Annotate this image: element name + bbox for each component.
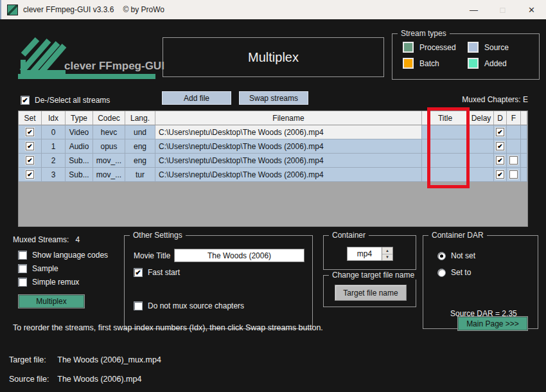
cell-set[interactable] — [19, 168, 42, 182]
spinner-up-icon[interactable]: ▲ — [382, 247, 392, 254]
multiplex-button[interactable]: Multiplex — [18, 294, 85, 308]
cell-d[interactable] — [494, 125, 507, 139]
cell-lang[interactable]: eng — [125, 154, 155, 168]
cell-filename[interactable]: C:\Users\neptu\Desktop\The Woods (2006).… — [155, 168, 422, 182]
header-lang: Lang. — [125, 111, 155, 125]
cell-codec[interactable]: opus — [93, 139, 125, 154]
dar-not-set-option[interactable]: Not set — [437, 251, 475, 260]
cell-delay[interactable] — [469, 125, 494, 139]
cell-set[interactable] — [19, 154, 42, 168]
cell-title[interactable] — [422, 139, 469, 154]
simple-remux-option[interactable]: Simple remux — [18, 278, 79, 287]
cell-d[interactable] — [494, 168, 507, 182]
default-checkbox[interactable] — [496, 128, 504, 136]
deselect-all-streams[interactable]: De-/Select all streams — [21, 96, 110, 105]
default-checkbox[interactable] — [496, 142, 504, 150]
table-row[interactable]: 2 Sub... mov_... eng C:\Users\neptu\Desk… — [19, 154, 527, 168]
other-settings-group: Other Settings Movie Title Fast start Do… — [124, 235, 313, 329]
maximize-button[interactable]: □ — [488, 0, 517, 19]
deselect-all-checkbox[interactable] — [21, 96, 30, 105]
page-title: Multiplex — [248, 50, 299, 65]
cell-title[interactable] — [422, 154, 469, 168]
dar-set-to-label: Set to — [451, 268, 471, 277]
spinner-down-icon[interactable]: ▼ — [382, 254, 392, 261]
set-checkbox[interactable] — [26, 170, 34, 179]
forced-checkbox[interactable] — [509, 156, 518, 165]
forced-checkbox[interactable] — [509, 170, 518, 179]
cell-idx[interactable]: 2 — [42, 154, 66, 168]
cell-set[interactable] — [19, 125, 42, 139]
table-row[interactable]: 0 Video hevc und C:\Users\neptu\Desktop\… — [19, 125, 527, 139]
cell-lang[interactable]: eng — [125, 139, 155, 154]
default-checkbox[interactable] — [496, 170, 504, 179]
cell-idx[interactable]: 3 — [42, 168, 66, 182]
cell-set[interactable] — [19, 139, 42, 154]
cell-type[interactable]: Sub... — [66, 168, 93, 182]
cell-codec[interactable]: mov_... — [93, 168, 125, 182]
no-source-chapters-checkbox[interactable] — [134, 301, 143, 310]
cell-filename[interactable]: C:\Users\neptu\Desktop\The Woods (2006).… — [155, 139, 422, 154]
cell-codec[interactable]: hevc — [93, 125, 125, 139]
cell-idx[interactable]: 1 — [42, 139, 66, 154]
header-type: Type — [66, 111, 93, 125]
sample-checkbox[interactable] — [18, 264, 27, 273]
cell-type[interactable]: Video — [66, 125, 93, 139]
set-checkbox[interactable] — [26, 156, 34, 165]
cell-codec[interactable]: mov_... — [93, 154, 125, 168]
cell-filename[interactable]: C:\Users\neptu\Desktop\The Woods (2006).… — [155, 154, 422, 168]
default-checkbox[interactable] — [496, 156, 504, 165]
dar-set-to-radio[interactable] — [437, 269, 446, 277]
window-title: clever FFmpeg-GUI v3.3.6 — [23, 5, 114, 14]
movie-title-input[interactable] — [174, 249, 304, 262]
cell-idx[interactable]: 0 — [42, 125, 66, 139]
minimize-button[interactable]: — — [459, 0, 488, 19]
cell-lang[interactable]: und — [125, 125, 155, 139]
sample-label: Sample — [32, 264, 58, 273]
swap-streams-button[interactable]: Swap streams — [239, 91, 308, 105]
client-area: clever FFmpeg-GUI Multiplex Stream types… — [0, 19, 546, 392]
cell-f[interactable] — [507, 139, 521, 154]
muxed-streams-label: Muxed Streams: — [13, 235, 69, 244]
stream-types-label: Stream types — [398, 29, 450, 38]
container-dar-group: Container DAR Not set Set to Source DAR … — [423, 235, 538, 329]
container-dar-label: Container DAR — [428, 231, 487, 240]
fast-start-option[interactable]: Fast start — [134, 268, 180, 277]
cell-delay[interactable] — [469, 168, 494, 182]
container-format-spinner[interactable]: mp4 ▲ ▼ — [347, 247, 393, 261]
target-file-name-button[interactable]: Target file name — [335, 285, 407, 301]
cell-f[interactable] — [507, 154, 521, 168]
cell-filename[interactable]: C:\Users\neptu\Desktop\The Woods (2006).… — [155, 125, 422, 139]
set-checkbox[interactable] — [26, 142, 34, 150]
table-row[interactable]: 3 Sub... mov_... tur C:\Users\neptu\Desk… — [19, 168, 527, 182]
main-page-button[interactable]: Main Page >>> — [457, 316, 528, 331]
fast-start-checkbox[interactable] — [134, 268, 143, 277]
dar-not-set-radio[interactable] — [437, 252, 446, 260]
header-filename: Filename — [155, 111, 422, 125]
simple-remux-checkbox[interactable] — [18, 278, 27, 287]
cell-d[interactable] — [494, 154, 507, 168]
cell-delay[interactable] — [469, 139, 494, 154]
sample-option[interactable]: Sample — [18, 264, 58, 273]
header-delay: Delay — [469, 111, 494, 125]
header-title: Title — [422, 111, 469, 125]
close-button[interactable]: ✕ — [517, 0, 546, 19]
cell-f[interactable] — [507, 168, 521, 182]
show-language-codes-option[interactable]: Show language codes — [18, 251, 108, 260]
no-source-chapters-option[interactable]: Do not mux source chapters — [134, 301, 244, 310]
cell-d[interactable] — [494, 139, 507, 154]
table-row[interactable]: 1 Audio opus eng C:\Users\neptu\Desktop\… — [19, 139, 527, 154]
cell-lang[interactable]: tur — [125, 168, 155, 182]
cell-f[interactable] — [507, 125, 521, 139]
dar-not-set-label: Not set — [451, 251, 475, 260]
show-language-codes-checkbox[interactable] — [18, 251, 27, 260]
add-file-button[interactable]: Add file — [162, 91, 231, 105]
dar-set-to-option[interactable]: Set to — [437, 268, 471, 277]
set-checkbox[interactable] — [26, 128, 34, 136]
header-d: D — [494, 111, 507, 125]
cell-title[interactable] — [422, 168, 469, 182]
legend-item-source: Source — [468, 42, 533, 53]
cell-type[interactable]: Audio — [66, 139, 93, 154]
cell-title[interactable] — [422, 125, 469, 139]
cell-delay[interactable] — [469, 154, 494, 168]
cell-type[interactable]: Sub... — [66, 154, 93, 168]
